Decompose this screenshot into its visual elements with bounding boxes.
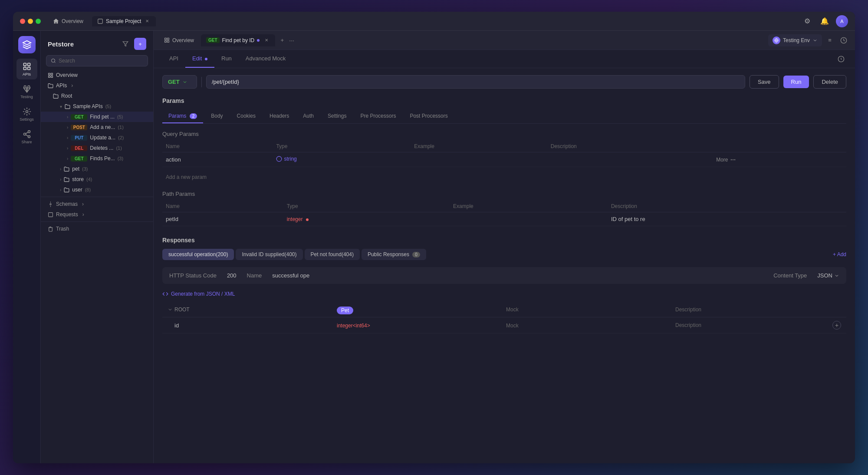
tab-advanced-mock[interactable]: Advanced Mock	[239, 50, 293, 68]
api-tab-endpoint[interactable]: GET Find pet by ID ✕	[201, 34, 275, 46]
url-path: /pet/{petId}	[212, 79, 239, 85]
generate-from-json-button[interactable]: Generate from JSON / XML	[162, 291, 846, 297]
tab-api[interactable]: API	[162, 50, 185, 68]
name-value[interactable]: successful ope	[272, 272, 309, 279]
svg-point-7	[23, 133, 26, 135]
avatar-text: A	[840, 19, 843, 24]
url-bar-container[interactable]: /pet/{petId}	[206, 75, 745, 89]
tab-project[interactable]: Sample Project ✕	[92, 16, 156, 26]
sidebar-item-sample-apis[interactable]: ▾ Sample APIs (5)	[41, 101, 153, 112]
path-params-title: Path Params	[162, 191, 846, 197]
maximize-button[interactable]	[36, 19, 41, 24]
sidebar-item-finds-pe[interactable]: › GET Finds Pe... (3)	[41, 153, 153, 164]
response-tab-400[interactable]: Invalid ID supplied(400)	[236, 249, 302, 260]
close-button[interactable]	[20, 19, 25, 24]
response-meta: HTTP Status Code 200 Name successful ope…	[162, 267, 846, 284]
sidebar-item-add-new[interactable]: › POST Add a ne... (1)	[41, 122, 153, 132]
path-col-example: Example	[450, 201, 608, 212]
menu-button[interactable]: ≡	[824, 34, 836, 46]
tab-home[interactable]: Overview	[48, 16, 89, 26]
params-tabs: Params 2 Body Cookies Headers Auth Setti…	[162, 109, 846, 124]
path-params-table: Name Type Example Description petId	[162, 201, 846, 226]
params-tab-cookies[interactable]: Cookies	[231, 109, 262, 123]
app-logo[interactable]	[18, 36, 36, 53]
add-query-param-button[interactable]: Add a new param	[162, 171, 846, 184]
svg-point-5	[26, 110, 28, 112]
sidebar-item-pet[interactable]: › pet (3)	[41, 164, 153, 174]
filter-button[interactable]	[120, 39, 131, 49]
sidebar-item-testing[interactable]: Testing	[16, 81, 37, 102]
content-type-select[interactable]: JSON	[817, 272, 839, 279]
avatar[interactable]: A	[836, 15, 848, 27]
close-tab-button[interactable]: ✕	[263, 37, 270, 44]
query-row-more[interactable]: More	[713, 152, 846, 167]
sidebar-item-overview[interactable]: Overview	[41, 70, 153, 80]
save-button[interactable]: Save	[750, 75, 779, 89]
params-tab-settings[interactable]: Settings	[322, 109, 352, 123]
sidebar-trash[interactable]: Trash	[41, 224, 153, 234]
tree-search[interactable]: Search	[46, 55, 148, 66]
filter-icon	[122, 41, 128, 47]
sidebar-item-root[interactable]: Root	[41, 91, 153, 101]
env-selector[interactable]: Testing Env	[768, 34, 822, 46]
params-tab-body[interactable]: Body	[205, 109, 229, 123]
add-response-button[interactable]: + Add	[833, 251, 846, 257]
sidebar-item-user[interactable]: › user (8)	[41, 185, 153, 195]
petstore-icon	[22, 40, 32, 49]
edit-modified-dot	[205, 58, 207, 60]
tab-edit[interactable]: Edit	[185, 50, 214, 68]
params-tab-post-processors[interactable]: Post Processors	[404, 109, 454, 123]
tree-sidebar: Petstore + Search	[41, 31, 154, 463]
sidebar-item-settings[interactable]: Settings	[16, 104, 37, 125]
sidebar-item-update[interactable]: › PUT Update a... (2)	[41, 132, 153, 143]
status-code-value[interactable]: 200	[227, 272, 237, 279]
more-tabs-button[interactable]: ···	[289, 37, 294, 44]
sidebar-item-share[interactable]: Share	[16, 126, 37, 147]
response-tab-200[interactable]: successful operation(200)	[162, 249, 234, 260]
root-badge: ROOT	[168, 307, 333, 313]
traffic-lights	[20, 19, 41, 24]
delete-button[interactable]: Delete	[813, 75, 846, 89]
params-tab-pre-processors[interactable]: Pre Processors	[354, 109, 402, 123]
response-tab-404[interactable]: Pet not found(404)	[305, 249, 360, 260]
response-tab-public[interactable]: Public Responses 0	[362, 249, 426, 260]
path-col-name: Name	[162, 201, 283, 212]
more-button[interactable]: More	[716, 157, 843, 163]
svg-rect-3	[23, 67, 26, 69]
fullscreen-icon[interactable]	[836, 54, 846, 64]
query-row-description[interactable]	[547, 152, 713, 167]
search-icon	[51, 58, 56, 63]
params-title: Params	[162, 97, 846, 104]
tree-divider	[41, 197, 153, 197]
sidebar-requests[interactable]: Requests ›	[41, 209, 153, 220]
run-button[interactable]: Run	[783, 76, 809, 88]
method-selector[interactable]: GET	[162, 75, 197, 89]
overview-tab-label: Overview	[172, 37, 194, 43]
add-tab-button[interactable]: +	[277, 35, 287, 46]
settings-button[interactable]: ⚙	[801, 15, 813, 27]
params-tab-params[interactable]: Params 2	[162, 109, 203, 123]
sidebar-item-find-pet[interactable]: › GET Find pet ... (5)	[41, 112, 153, 122]
sidebar-item-store[interactable]: › store (4)	[41, 174, 153, 185]
folder-icon2	[64, 166, 69, 172]
svg-rect-4	[27, 67, 30, 69]
tab-run[interactable]: Run	[214, 50, 239, 68]
params-tab-headers[interactable]: Headers	[263, 109, 295, 123]
schema-row-mock[interactable]: Mock	[506, 322, 672, 329]
path-row-example[interactable]	[450, 212, 608, 226]
add-schema-field-button[interactable]: +	[832, 321, 841, 330]
add-new-button[interactable]: +	[134, 38, 146, 50]
sidebar-schemas[interactable]: Schemas ›	[41, 199, 153, 209]
notifications-button[interactable]: 🔔	[819, 15, 831, 27]
query-row-example[interactable]	[411, 152, 547, 167]
sidebar-item-deletes[interactable]: › DEL Deletes ... (1)	[41, 143, 153, 153]
params-tab-auth[interactable]: Auth	[297, 109, 320, 123]
sidebar-item-apis[interactable]: APIs	[16, 59, 37, 79]
svg-rect-19	[165, 41, 167, 43]
sidebar-item-apis[interactable]: APIs ›	[41, 80, 153, 91]
tab-close-button[interactable]: ✕	[144, 18, 151, 25]
minimize-button[interactable]	[28, 19, 33, 24]
api-tab-overview[interactable]: Overview	[159, 35, 199, 46]
responses-tabs: successful operation(200) Invalid ID sup…	[162, 249, 846, 260]
chevron-right-icon: ›	[67, 115, 68, 119]
